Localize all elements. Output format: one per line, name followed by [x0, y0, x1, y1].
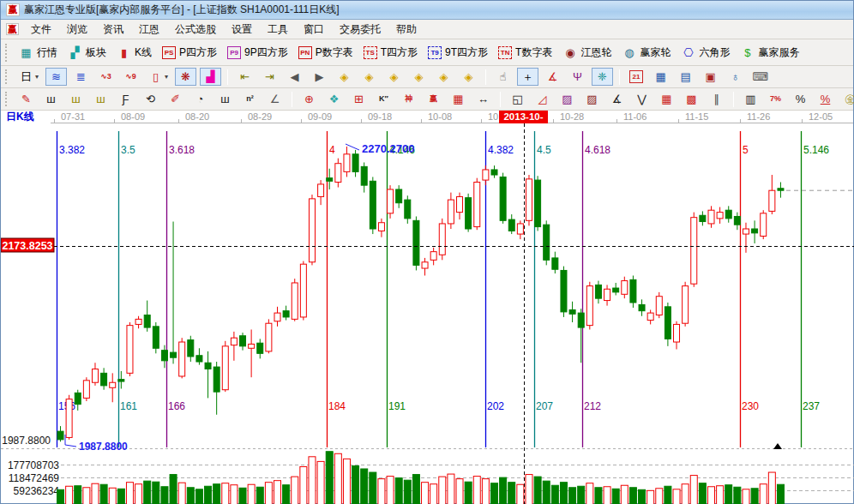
notes-icon[interactable]: ▤: [675, 68, 696, 86]
red-grid-2-icon[interactable]: ▩: [681, 90, 702, 108]
diamond-zoom-all-icon[interactable]: ◈: [433, 68, 454, 86]
menu-item-settings[interactable]: 设置: [224, 20, 260, 39]
calculator-icon[interactable]: ▦: [650, 68, 671, 86]
angle-line-icon[interactable]: ∠: [264, 90, 286, 108]
hexagon-button[interactable]: ⎔六角形: [677, 44, 733, 62]
save-icon[interactable]: ▣: [700, 68, 721, 86]
candle-style-icon[interactable]: ▯▾: [145, 68, 171, 86]
p-number-table-button[interactable]: PNP数字表: [295, 44, 357, 62]
diamond-arrow-right-icon[interactable]: ◈: [358, 68, 380, 86]
gold-grid-2-icon[interactable]: ш: [90, 90, 111, 108]
percent-angle-icon[interactable]: 7%: [765, 90, 786, 108]
go-first-icon[interactable]: ⇤: [234, 68, 256, 86]
candle-body: [370, 181, 376, 229]
crop-box-icon[interactable]: ◱: [507, 90, 528, 108]
period-day-dropdown-arrow[interactable]: ▾: [35, 73, 39, 81]
diamond-arrow-cross-icon[interactable]: ◈: [408, 68, 430, 86]
circle-cross-icon[interactable]: ⊕: [298, 90, 320, 108]
calendar-icon[interactable]: 21: [626, 69, 647, 85]
winner-wheel-button[interactable]: ◍赢家轮: [618, 44, 674, 62]
grid-comb-icon[interactable]: ш: [40, 90, 62, 108]
menu-item-file[interactable]: 文件: [23, 20, 59, 39]
prev-bar-icon[interactable]: ◀: [284, 68, 305, 86]
p-square-button[interactable]: PSP四方形: [159, 44, 220, 62]
percent-icon[interactable]: %: [790, 90, 811, 108]
quotes-button[interactable]: ▦行情: [15, 44, 61, 62]
n-squared-icon[interactable]: n²: [239, 90, 261, 108]
winner-service-button[interactable]: $赢家服务: [737, 44, 803, 62]
menu-item-tools[interactable]: 工具: [260, 20, 296, 39]
chart-canvas[interactable]: 177708703118472469592362343.3821563.5161…: [1, 123, 854, 504]
menu-item-trade-entrust[interactable]: 交易委托: [332, 20, 388, 39]
9p-square-glyph: P9: [227, 46, 241, 59]
smart-tool-icon[interactable]: ❈: [592, 68, 613, 86]
menu-item-browse[interactable]: 浏览: [59, 20, 95, 39]
win-grid-icon[interactable]: 赢: [423, 90, 444, 108]
menu-item-gann[interactable]: 江恩: [131, 20, 167, 39]
fan-red-icon[interactable]: ◿: [532, 90, 553, 108]
gann-wheel-button[interactable]: ◉江恩轮: [559, 44, 615, 62]
9t-square-button[interactable]: T99T四方形: [424, 44, 491, 62]
t-square-button[interactable]: TST四方形: [360, 44, 421, 62]
crosshair-tool-icon[interactable]: ＋: [517, 68, 538, 86]
gann-web-box-icon[interactable]: ⊞: [348, 90, 370, 108]
diamond-arrow-leftright-icon[interactable]: ◈: [383, 68, 405, 86]
gold-circle-icon[interactable]: ㊎: [839, 90, 854, 108]
angle-set-icon[interactable]: ∡: [606, 90, 628, 108]
figure-tool-icon[interactable]: Ψ: [567, 68, 588, 86]
number-grid-icon[interactable]: ▦: [448, 90, 469, 108]
date-label: 09-09: [308, 111, 332, 123]
candle-body: [561, 270, 567, 311]
diamond-arrow-left-icon[interactable]: ◈: [334, 68, 355, 86]
candle-body: [595, 285, 601, 298]
diamond-zoom-in-icon[interactable]: ◈: [458, 68, 479, 86]
candle-style-dropdown-arrow[interactable]: ▾: [165, 73, 168, 81]
red-grid-1-icon[interactable]: ▦: [656, 90, 677, 108]
candle-body: [266, 323, 272, 351]
parallel-lines-icon[interactable]: ∥: [706, 90, 727, 108]
hand-tool-icon[interactable]: ☝: [492, 68, 514, 86]
kline-button[interactable]: ▮K线: [113, 44, 155, 62]
width-arrows-icon[interactable]: ↔: [472, 90, 494, 108]
go-last-icon[interactable]: ⇥: [259, 68, 280, 86]
percent-line-icon[interactable]: %: [815, 90, 836, 108]
fan-purple-icon[interactable]: ▨: [556, 90, 578, 108]
sectors-button[interactable]: ▞板块: [64, 44, 110, 62]
wave-points-icon[interactable]: ⋁: [631, 90, 653, 108]
toolbar-grip[interactable]: [5, 92, 9, 107]
draw-pen-icon[interactable]: ✎: [15, 90, 37, 108]
fan-box-icon[interactable]: ▨: [581, 90, 603, 108]
wave-9-icon[interactable]: ∿9: [120, 68, 141, 86]
chan-wave-icon[interactable]: ≋: [45, 68, 67, 86]
volume-bar: [578, 486, 585, 504]
toolbar-grip[interactable]: [5, 44, 9, 62]
stats-bars-icon[interactable]: ▥: [740, 90, 761, 108]
spiral-icon[interactable]: ⟲: [140, 90, 161, 108]
period-day-icon[interactable]: 日▾: [15, 68, 42, 86]
menu-item-help[interactable]: 帮助: [388, 20, 424, 39]
toolbar-grip[interactable]: [5, 69, 9, 85]
info-panel-icon[interactable]: ≣: [70, 68, 92, 86]
angle-tool-icon[interactable]: ∡: [542, 68, 563, 86]
t-number-table-button[interactable]: TNT数字表: [495, 44, 556, 62]
web-browser-icon[interactable]: ♁: [725, 68, 746, 86]
computer-icon[interactable]: ⌨: [749, 68, 771, 86]
wave-3-icon[interactable]: ∿3: [95, 68, 117, 86]
comb-2-icon[interactable]: ш: [214, 90, 236, 108]
volume-profile-icon[interactable]: ▟: [200, 68, 221, 86]
f-grid-icon[interactable]: Ƒ: [115, 90, 136, 108]
gann-web-icon[interactable]: ❖: [323, 90, 345, 108]
p-square-glyph: PS: [162, 46, 176, 59]
menu-item-formula-stock-pick[interactable]: 公式选股: [167, 20, 224, 39]
chan-figure-icon[interactable]: ❋: [175, 68, 196, 86]
9p-square-button[interactable]: P99P四方形: [224, 44, 292, 62]
candle-body: [205, 363, 211, 369]
gold-grid-1-icon[interactable]: ш: [65, 90, 87, 108]
pen-ruler-icon[interactable]: ✐: [165, 90, 186, 108]
time-circle-icon[interactable]: ◔: [189, 90, 211, 108]
k-mark-icon[interactable]: K″: [373, 90, 394, 108]
shen-grid-icon[interactable]: 神: [398, 90, 419, 108]
menu-item-info[interactable]: 资讯: [95, 20, 131, 39]
next-bar-icon[interactable]: ▶: [309, 68, 330, 86]
menu-item-window[interactable]: 窗口: [296, 20, 332, 39]
